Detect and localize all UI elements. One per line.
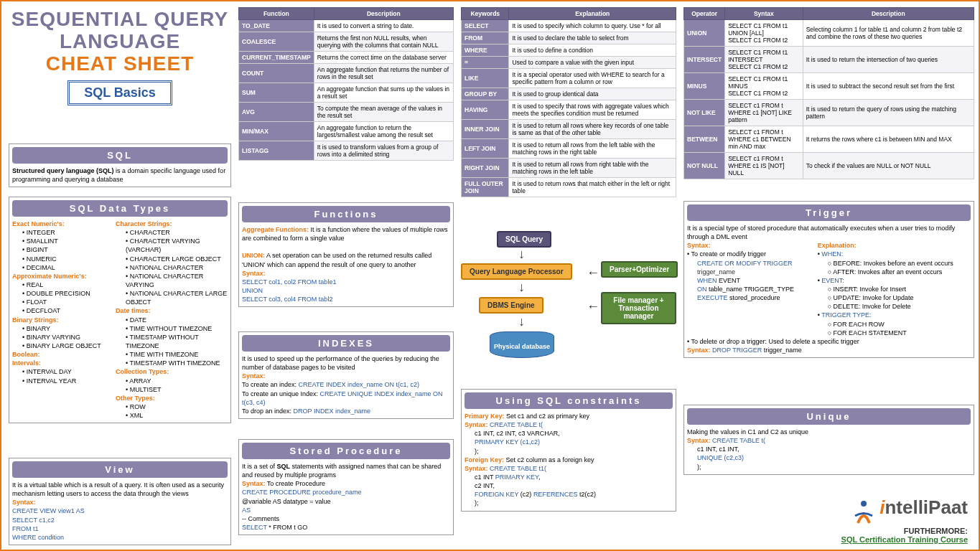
other-label: Other Types: bbox=[116, 394, 228, 402]
indexes-box: INDEXES It is used to speed up the perfo… bbox=[238, 331, 454, 419]
furthermore-label: FURTHERMORE: bbox=[904, 527, 968, 535]
storedproc-box: Stored Procedure It is a set of SQL stat… bbox=[238, 439, 454, 535]
sql-intro-box: SQL Structured query language (SQL) is a… bbox=[9, 143, 231, 187]
flow-db-cylinder: Physical database bbox=[490, 331, 554, 358]
sql-body: Structured query language (SQL) is a dom… bbox=[12, 166, 228, 184]
unique-header: Unique bbox=[687, 408, 971, 425]
view-body: It is a virtual table which is a result … bbox=[12, 481, 228, 498]
view-syntax-label: Syntax: bbox=[12, 498, 228, 507]
bool-label: Boolean: bbox=[12, 350, 116, 359]
interval-label: Intervals: bbox=[12, 359, 116, 367]
datatypes-box: SQL Data Types Exact Numeric's: • INTEGE… bbox=[9, 197, 231, 423]
view-header: View bbox=[12, 461, 228, 478]
logo-area: intelliPaat FURTHERMORE: SQL Certificati… bbox=[841, 496, 968, 544]
view-code: CREATE VIEW view1 ASSELECT c1,c2FROM t1W… bbox=[12, 507, 228, 542]
flow-qlp: Query Language Processor bbox=[461, 263, 572, 280]
operator-table: OperatorSyntaxDescriptionUNIONSELECT C1 … bbox=[683, 7, 974, 179]
flow-parser: Parser+Optimizer bbox=[601, 261, 678, 278]
constraints-header: Using SQL constraints bbox=[465, 392, 673, 409]
flowchart: SQL Query ↓ Query Language Processor ← P… bbox=[461, 231, 683, 382]
main-title: SEQUENTIAL QUERY LANGUAGE CHEAT SHEET bbox=[9, 9, 231, 75]
coll-label: Collection Types: bbox=[116, 367, 228, 376]
function-table: FunctionDescriptionTO_DATEIt is used to … bbox=[238, 7, 454, 161]
course-link[interactable]: SQL Certification Training Course bbox=[841, 535, 968, 544]
exact-label: Exact Numeric's: bbox=[12, 220, 116, 228]
binary-label: Binary Strings: bbox=[12, 316, 116, 324]
keywords-table: KeywordsExplanationSELECTIt is used to s… bbox=[461, 7, 676, 197]
flow-filemgr: File manager + Transaction manager bbox=[601, 292, 676, 324]
char-label: Character Strings: bbox=[116, 220, 228, 228]
constraints-box: Using SQL constraints Primary Key: Set c… bbox=[461, 389, 676, 512]
functions-header: Functions bbox=[242, 206, 450, 222]
title-block: SEQUENTIAL QUERY LANGUAGE CHEAT SHEET SQ… bbox=[9, 9, 231, 105]
flow-sqlquery: SQL Query bbox=[497, 231, 551, 248]
indexes-header: INDEXES bbox=[242, 335, 450, 352]
sql-basics-badge: SQL Basics bbox=[67, 80, 172, 105]
datatypes-header: SQL Data Types bbox=[12, 200, 228, 217]
view-box: View It is a virtual table which is a re… bbox=[9, 458, 231, 545]
date-label: Date times: bbox=[116, 306, 228, 315]
flow-dbms: DBMS Engine bbox=[479, 297, 543, 314]
approx-label: Approximate Numeric's: bbox=[12, 272, 116, 281]
unique-box: Unique Making the values in C1 and C2 as… bbox=[683, 405, 974, 475]
sql-header: SQL bbox=[12, 147, 228, 164]
logo-icon bbox=[849, 498, 878, 527]
svg-point-0 bbox=[861, 501, 867, 507]
functions-box: Functions Aggregate Functions: It is a f… bbox=[238, 202, 454, 307]
logo-text: intelliPaat bbox=[879, 496, 968, 518]
trigger-header: Trigger bbox=[687, 204, 971, 221]
trigger-box: Trigger It is a special type of stored p… bbox=[683, 201, 974, 358]
storedproc-header: Stored Procedure bbox=[242, 443, 450, 459]
